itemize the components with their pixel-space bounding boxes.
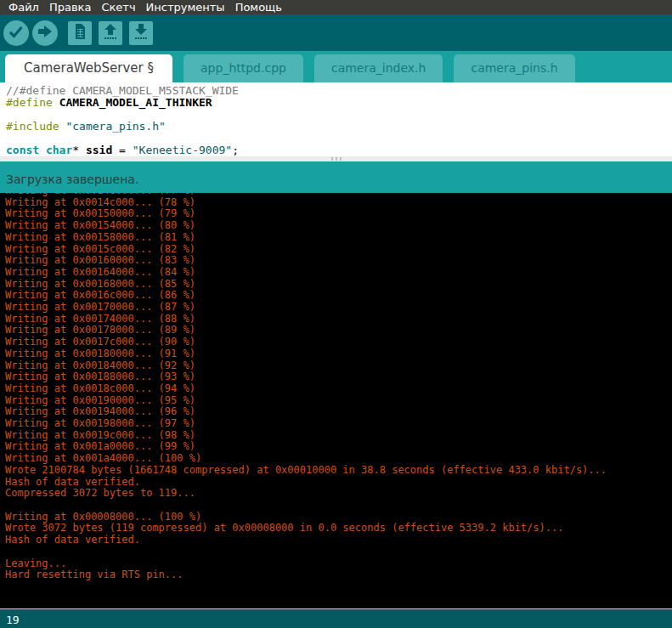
menu-bar: ФайлПравкаСкетчИнструментыПомощь	[0, 0, 672, 14]
console-line: Writing at 0x00150000... (79 %)	[5, 208, 672, 220]
console-line: Writing at 0x00194000... (96 %)	[5, 406, 672, 418]
console-line: Writing at 0x00170000... (87 %)	[5, 302, 672, 314]
menu-item[interactable]: Скетч	[96, 0, 140, 14]
menu-item[interactable]: Инструменты	[141, 0, 230, 14]
console-line: Writing at 0x00008000... (100 %)	[5, 512, 672, 523]
menu-item[interactable]: Файл	[3, 0, 44, 14]
console-line: Writing at 0x001a0000... (99 %)	[5, 441, 672, 453]
menu-item[interactable]: Помощь	[230, 0, 287, 14]
bottom-status-bar: 19	[0, 609, 672, 628]
console-line: Hard resetting via RTS pin...	[5, 569, 672, 581]
console-line: Writing at 0x0016c000... (86 %)	[5, 290, 672, 302]
console-line: Writing at 0x00198000... (97 %)	[5, 418, 672, 430]
console-line: Writing at 0x00168000... (85 %)	[5, 279, 672, 291]
arduino-ide-window: ФайлПравкаСкетчИнструментыПомощь	[0, 0, 672, 628]
console-line: Writing at 0x00178000... (89 %)	[5, 325, 672, 337]
console-output[interactable]: Writing at 0x00148000... (77 %)Writing a…	[0, 193, 672, 608]
verify-button[interactable]	[3, 20, 29, 46]
tab[interactable]: CameraWebServer §	[5, 54, 172, 82]
console-line: Writing at 0x00158000... (81 %)	[5, 232, 672, 244]
line-number-indicator: 19	[6, 614, 20, 626]
console-line: Hash of data verified.	[5, 477, 672, 489]
status-message: Загрузка завершена.	[6, 173, 138, 186]
console-line: Writing at 0x00190000... (95 %)	[5, 395, 672, 407]
status-message-bar: Загрузка завершена.	[0, 161, 672, 193]
console-line: Writing at 0x0017c000... (90 %)	[5, 337, 672, 348]
check-icon	[3, 19, 29, 48]
tab[interactable]: app_httpd.cpp	[184, 54, 303, 82]
console-line: Writing at 0x0014c000... (78 %)	[5, 197, 672, 209]
console-line: Hash of data verified.	[5, 535, 672, 546]
console-line: Writing at 0x00174000... (88 %)	[5, 314, 672, 325]
console-line: Writing at 0x0019c000... (98 %)	[5, 430, 672, 442]
toolbar	[0, 14, 672, 51]
code-line: //#define CAMERA_MODEL_M5STACK_WIDE	[6, 85, 672, 97]
console-line: Writing at 0x00154000... (80 %)	[5, 220, 672, 232]
console-line: Writing at 0x00184000... (92 %)	[5, 360, 672, 372]
console-line: Writing at 0x0015c000... (82 %)	[5, 244, 672, 256]
arrow-down-tray-icon	[129, 20, 153, 47]
console-line: Writing at 0x00160000... (83 %)	[5, 255, 672, 267]
console-line: Wrote 2100784 bytes (1661748 compressed)…	[5, 465, 672, 477]
console-line: Compressed 3072 bytes to 119...	[5, 488, 672, 500]
tab[interactable]: camera_index.h	[314, 54, 443, 82]
tab-bar: CameraWebServer §app_httpd.cppcamera_ind…	[0, 51, 672, 82]
console-line: Writing at 0x001a4000... (100 %)	[5, 453, 672, 465]
code-editor[interactable]: //#define CAMERA_MODEL_M5STACK_WIDE#defi…	[0, 82, 672, 156]
upload-button[interactable]	[32, 20, 58, 46]
menu-item[interactable]: Правка	[44, 0, 96, 14]
code-line: const char* ssid = "Keneetic-9009";	[6, 144, 672, 156]
console-line: Writing at 0x0018c000... (94 %)	[5, 383, 672, 395]
console-line	[5, 500, 672, 512]
code-line: #include "camera_pins.h"	[6, 121, 672, 133]
console-line	[5, 546, 672, 558]
tab[interactable]: camera_pins.h	[454, 54, 574, 82]
code-line: #define CAMERA_MODEL_AI_THINKER	[6, 97, 672, 109]
open-button[interactable]	[99, 21, 122, 45]
arrow-up-tray-icon	[99, 20, 122, 47]
console-line: Writing at 0x00164000... (84 %)	[5, 267, 672, 279]
code-line	[6, 133, 672, 144]
console-line: Writing at 0x00188000... (93 %)	[5, 371, 672, 383]
arrow-right-icon	[32, 19, 58, 48]
save-button[interactable]	[129, 21, 153, 45]
code-line	[6, 109, 672, 121]
console-line: Leaving...	[5, 558, 672, 570]
new-sketch-button[interactable]	[68, 21, 92, 45]
console-line: Wrote 3072 bytes (119 compressed) at 0x0…	[5, 523, 672, 535]
console-line: Writing at 0x00180000... (91 %)	[5, 348, 672, 360]
document-icon	[68, 20, 92, 47]
